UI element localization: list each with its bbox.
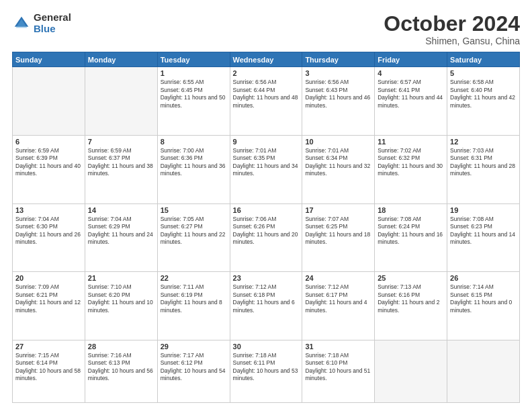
day-detail: Sunrise: 6:57 AM Sunset: 6:41 PM Dayligh… [378,79,444,109]
day-detail: Sunrise: 7:08 AM Sunset: 6:24 PM Dayligh… [378,216,444,246]
day-number: 22 [161,274,227,282]
weekday-header: Saturday [447,52,520,67]
day-number: 29 [161,342,227,351]
day-detail: Sunrise: 7:18 AM Sunset: 6:10 PM Dayligh… [305,352,371,383]
title-block: October 2024 Shimen, Gansu, China [384,12,520,46]
calendar-cell [375,340,447,402]
location: Shimen, Gansu, China [384,36,520,46]
calendar-cell: 18Sunrise: 7:08 AM Sunset: 6:24 PM Dayli… [375,203,447,272]
month-title: October 2024 [384,12,520,36]
day-number: 14 [88,206,154,214]
day-number: 16 [233,206,300,214]
calendar-cell: 30Sunrise: 7:18 AM Sunset: 6:11 PM Dayli… [230,340,302,402]
week-row: 20Sunrise: 7:09 AM Sunset: 6:21 PM Dayli… [13,272,520,340]
day-detail: Sunrise: 6:59 AM Sunset: 6:39 PM Dayligh… [15,147,82,178]
day-number: 21 [88,274,154,282]
day-number: 28 [88,342,154,351]
weekday-header: Friday [375,52,447,67]
week-row: 13Sunrise: 7:04 AM Sunset: 6:30 PM Dayli… [13,203,520,272]
calendar-cell [85,67,157,136]
day-number: 17 [305,206,371,214]
day-detail: Sunrise: 7:07 AM Sunset: 6:25 PM Dayligh… [305,216,371,246]
day-detail: Sunrise: 7:01 AM Sunset: 6:34 PM Dayligh… [305,147,371,178]
day-number: 24 [305,274,371,282]
logo-general: General [34,12,71,24]
day-number: 25 [378,274,444,282]
page: General Blue October 2024 Shimen, Gansu,… [0,0,532,411]
day-detail: Sunrise: 7:15 AM Sunset: 6:14 PM Dayligh… [15,352,82,383]
week-row: 6Sunrise: 6:59 AM Sunset: 6:39 PM Daylig… [13,135,520,203]
calendar-cell: 7Sunrise: 6:59 AM Sunset: 6:37 PM Daylig… [85,135,157,203]
day-number: 18 [378,206,444,214]
day-number: 3 [305,69,371,77]
day-detail: Sunrise: 6:59 AM Sunset: 6:37 PM Dayligh… [88,147,154,178]
calendar-cell: 2Sunrise: 6:56 AM Sunset: 6:44 PM Daylig… [230,67,302,136]
calendar-cell: 31Sunrise: 7:18 AM Sunset: 6:10 PM Dayli… [302,340,375,402]
day-number: 9 [233,138,300,146]
calendar-cell: 17Sunrise: 7:07 AM Sunset: 6:25 PM Dayli… [302,203,375,272]
calendar-cell [13,67,85,136]
weekday-header: Tuesday [157,52,230,67]
day-detail: Sunrise: 7:17 AM Sunset: 6:12 PM Dayligh… [161,352,227,383]
day-detail: Sunrise: 6:56 AM Sunset: 6:44 PM Dayligh… [233,79,300,109]
day-number: 31 [305,342,371,351]
day-detail: Sunrise: 7:00 AM Sunset: 6:36 PM Dayligh… [161,147,227,178]
calendar-cell: 26Sunrise: 7:14 AM Sunset: 6:15 PM Dayli… [447,272,520,340]
day-detail: Sunrise: 7:13 AM Sunset: 6:16 PM Dayligh… [378,283,444,314]
calendar-cell: 5Sunrise: 6:58 AM Sunset: 6:40 PM Daylig… [447,67,520,136]
logo-icon [12,14,31,33]
calendar-cell: 13Sunrise: 7:04 AM Sunset: 6:30 PM Dayli… [13,203,85,272]
day-number: 10 [305,138,371,146]
calendar-cell: 28Sunrise: 7:16 AM Sunset: 6:13 PM Dayli… [85,340,157,402]
day-detail: Sunrise: 6:58 AM Sunset: 6:40 PM Dayligh… [450,79,517,109]
day-number: 15 [161,206,227,214]
day-number: 6 [15,138,82,146]
calendar-cell: 3Sunrise: 6:56 AM Sunset: 6:43 PM Daylig… [302,67,375,136]
header: General Blue October 2024 Shimen, Gansu,… [12,12,520,46]
day-detail: Sunrise: 7:18 AM Sunset: 6:11 PM Dayligh… [233,352,300,383]
day-detail: Sunrise: 7:01 AM Sunset: 6:35 PM Dayligh… [233,147,300,178]
day-number: 5 [450,69,517,77]
calendar-cell: 14Sunrise: 7:04 AM Sunset: 6:29 PM Dayli… [85,203,157,272]
day-number: 12 [450,138,517,146]
day-detail: Sunrise: 7:04 AM Sunset: 6:29 PM Dayligh… [88,216,154,246]
day-detail: Sunrise: 7:04 AM Sunset: 6:30 PM Dayligh… [15,216,82,246]
day-number: 23 [233,274,300,282]
calendar-cell: 23Sunrise: 7:12 AM Sunset: 6:18 PM Dayli… [230,272,302,340]
logo-blue: Blue [34,24,71,35]
calendar-cell: 22Sunrise: 7:11 AM Sunset: 6:19 PM Dayli… [157,272,230,340]
calendar-cell: 9Sunrise: 7:01 AM Sunset: 6:35 PM Daylig… [230,135,302,203]
logo-text: General Blue [34,12,71,34]
calendar-cell: 15Sunrise: 7:05 AM Sunset: 6:27 PM Dayli… [157,203,230,272]
day-detail: Sunrise: 7:09 AM Sunset: 6:21 PM Dayligh… [15,283,82,314]
day-detail: Sunrise: 7:12 AM Sunset: 6:18 PM Dayligh… [233,283,300,314]
day-number: 7 [88,138,154,146]
week-row: 27Sunrise: 7:15 AM Sunset: 6:14 PM Dayli… [13,340,520,402]
day-detail: Sunrise: 6:56 AM Sunset: 6:43 PM Dayligh… [305,79,371,109]
day-detail: Sunrise: 7:06 AM Sunset: 6:26 PM Dayligh… [233,216,300,246]
calendar-cell [447,340,520,402]
day-number: 1 [161,69,227,77]
day-number: 13 [15,206,82,214]
day-detail: Sunrise: 7:16 AM Sunset: 6:13 PM Dayligh… [88,352,154,383]
day-detail: Sunrise: 7:02 AM Sunset: 6:32 PM Dayligh… [378,147,444,178]
day-number: 26 [450,274,517,282]
calendar-cell: 8Sunrise: 7:00 AM Sunset: 6:36 PM Daylig… [157,135,230,203]
weekday-header-row: SundayMondayTuesdayWednesdayThursdayFrid… [13,52,520,67]
calendar-cell: 27Sunrise: 7:15 AM Sunset: 6:14 PM Dayli… [13,340,85,402]
calendar-cell: 20Sunrise: 7:09 AM Sunset: 6:21 PM Dayli… [13,272,85,340]
weekday-header: Thursday [302,52,375,67]
day-number: 27 [15,342,82,351]
week-row: 1Sunrise: 6:55 AM Sunset: 6:45 PM Daylig… [13,67,520,136]
calendar: SundayMondayTuesdayWednesdayThursdayFrid… [12,52,520,403]
weekday-header: Sunday [13,52,85,67]
day-detail: Sunrise: 7:10 AM Sunset: 6:20 PM Dayligh… [88,283,154,314]
day-number: 4 [378,69,444,77]
day-detail: Sunrise: 7:14 AM Sunset: 6:15 PM Dayligh… [450,283,517,314]
calendar-cell: 19Sunrise: 7:08 AM Sunset: 6:23 PM Dayli… [447,203,520,272]
calendar-cell: 24Sunrise: 7:12 AM Sunset: 6:17 PM Dayli… [302,272,375,340]
calendar-cell: 11Sunrise: 7:02 AM Sunset: 6:32 PM Dayli… [375,135,447,203]
day-number: 20 [15,274,82,282]
calendar-cell: 29Sunrise: 7:17 AM Sunset: 6:12 PM Dayli… [157,340,230,402]
logo: General Blue [12,12,71,34]
